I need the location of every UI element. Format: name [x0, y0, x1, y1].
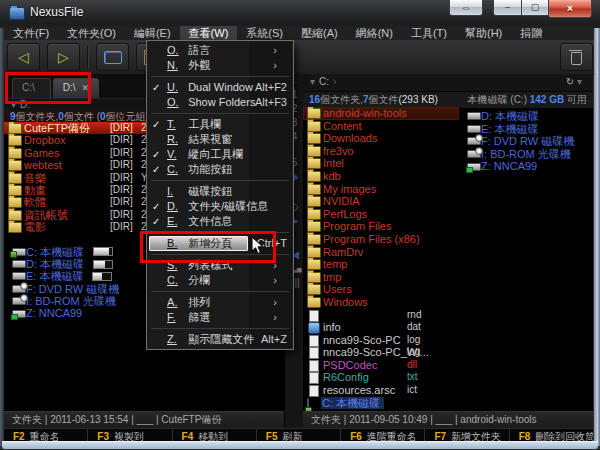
menubar-item[interactable]: 捐贈	[511, 26, 551, 40]
drive-row[interactable]: I: BD-ROM 光碟機	[459, 148, 593, 161]
menubar-item[interactable]: 文件(F)	[4, 26, 58, 40]
menu-access-key: O.	[167, 95, 182, 110]
maximize-button[interactable]: ▢	[522, 0, 548, 16]
right-path-bar[interactable]: ▾ C: › ↻ ▾	[303, 74, 593, 92]
file-type: [DIR]	[110, 196, 133, 208]
menu-item[interactable]: I. 磁碟按鈕	[147, 184, 293, 199]
menu-item[interactable]	[147, 325, 293, 332]
drive-usage-bar	[92, 272, 112, 281]
file-row[interactable]: Downloads	[303, 132, 459, 145]
menu-item[interactable]: F. 篩選 ›	[147, 310, 293, 325]
window-border-left	[0, 28, 4, 446]
file-row[interactable]: C: 本機磁碟	[303, 397, 459, 410]
file-icon	[307, 146, 321, 157]
refresh-icon[interactable]: ↻	[566, 76, 574, 87]
drive-name: Z: NNCA99	[481, 160, 537, 172]
menu-item[interactable]: C. 分欄 ›	[147, 273, 293, 288]
menubar-item[interactable]: 系統(S)	[237, 26, 292, 40]
file-row[interactable]: Content	[303, 120, 459, 133]
menu-access-key: U.	[167, 80, 182, 95]
folder-icon	[8, 148, 22, 159]
menu-item[interactable]: A. 排列 ›	[147, 295, 293, 310]
menu-item[interactable]: ✓ C. 功能按鈕	[147, 162, 293, 177]
file-row[interactable]: Intel	[303, 157, 459, 170]
file-row[interactable]: temp	[303, 258, 459, 271]
file-row[interactable]: RamDrv	[303, 246, 459, 259]
menubar-item[interactable]: 工具(T)	[402, 26, 456, 40]
close-button[interactable]: ×	[548, 0, 592, 18]
check-icon: ✓	[152, 199, 164, 214]
menu-item[interactable]	[147, 110, 293, 117]
menu-item-label: 結果視窗	[188, 133, 232, 145]
menubar-item[interactable]: 文件夹(O)	[58, 26, 125, 40]
dual-window-button[interactable]	[96, 43, 129, 71]
arrange-windows-icon[interactable]: ⇔	[449, 0, 483, 16]
drive-row[interactable]: Z: NNCA99	[459, 160, 593, 173]
menu-item[interactable]: O. 語言 ›	[147, 43, 293, 58]
file-row[interactable]: rnd	[303, 309, 459, 322]
file-row[interactable]: kdb	[303, 170, 459, 183]
recycle-bin-button[interactable]	[560, 43, 593, 71]
menu-item[interactable]: ✓ T. 工具欄	[147, 117, 293, 132]
drive-icon	[12, 297, 26, 305]
file-row[interactable]: Windows	[303, 296, 459, 309]
file-row[interactable]: android-win-tools	[303, 107, 459, 120]
file-row[interactable]: R6Config txt	[303, 371, 459, 384]
menubar-item[interactable]: 網絡(N)	[347, 26, 402, 40]
file-row[interactable]: tmp	[303, 271, 459, 284]
file-row[interactable]: My images	[303, 183, 459, 196]
back-button[interactable]: ◁	[7, 43, 40, 71]
menubar-item[interactable]: 編輯(E)	[125, 26, 180, 40]
menu-item[interactable]: Z. 顯示隱藏文件 Alt+Z	[147, 332, 293, 347]
file-row[interactable]: PSDCodec dll	[303, 359, 459, 372]
file-row[interactable]: nnca99-Sco-PC_Wi... log	[303, 346, 459, 359]
dropdown-icon[interactable]: ▾	[310, 74, 315, 91]
drive-row[interactable]: D: 本機磁碟	[459, 110, 593, 123]
drive-icon	[12, 260, 26, 268]
menu-item[interactable]: ✓ D. 文件夹/磁碟信息	[147, 199, 293, 214]
menubar-item[interactable]: 壓縮(A)	[292, 26, 347, 40]
file-row[interactable]: resources.arsc ict	[303, 384, 459, 397]
drive-row[interactable]: E: 本機磁碟	[459, 123, 593, 136]
drive-row[interactable]: F: DVD RW 磁碟機	[459, 135, 593, 148]
menu-item-label: 篩選	[188, 311, 210, 323]
menu-item[interactable]: N. 外觀 ›	[147, 58, 293, 73]
forward-button[interactable]: ▷	[47, 43, 80, 71]
file-row[interactable]: Program Files	[303, 220, 459, 233]
menu-item[interactable]: ✓ U. Dual Window Alt+F2	[147, 80, 293, 95]
file-name: Program Files (x86)	[323, 233, 420, 246]
window-controls: ⇔ – ▢ ×	[449, 0, 592, 18]
folder-icon	[8, 210, 22, 221]
menu-item[interactable]: ✓ V. 縱向工具欄	[147, 147, 293, 162]
file-row[interactable]: Program Files (x86)	[303, 233, 459, 246]
file-row[interactable]: PerfLogs	[303, 208, 459, 221]
file-icon	[308, 322, 320, 334]
file-extension: dat	[407, 321, 421, 334]
menu-item[interactable]: O. Show Folders Alt+F3	[147, 95, 293, 110]
file-row[interactable]: Users	[303, 283, 459, 296]
file-row[interactable]: NVIDIA	[303, 195, 459, 208]
file-name: RamDrv	[323, 246, 363, 259]
right-info-bar: 16 個文件夹, 7 個文件 (293 KB) 本機磁碟 (C:) 142 GB…	[303, 92, 593, 108]
menu-item[interactable]	[147, 177, 293, 184]
minimize-button[interactable]: –	[493, 0, 522, 16]
dropdown-icon[interactable]: ▾	[577, 76, 582, 87]
file-row[interactable]: nnca99-Sco-PC log	[303, 334, 459, 347]
file-name: resources.arsc	[323, 384, 395, 397]
menu-item[interactable]: R. 結果視窗	[147, 132, 293, 147]
check-icon: ✓	[152, 80, 164, 95]
file-row[interactable]: info dat	[303, 321, 459, 334]
file-type: [DIR]	[110, 209, 133, 221]
breadcrumb-chevron-icon: ›	[333, 74, 336, 91]
file-extension: txt	[407, 371, 418, 384]
file-name: Games	[24, 147, 59, 159]
menubar-item[interactable]: 查看(W)	[180, 26, 238, 40]
file-row[interactable]: fre3vo	[303, 145, 459, 158]
menu-item[interactable]: ✓ E. 文件信息	[147, 214, 293, 229]
menubar-item[interactable]: 幫助(H)	[456, 26, 511, 40]
menu-item[interactable]	[147, 288, 293, 295]
menu-item[interactable]	[147, 73, 293, 80]
menubar: 文件(F)文件夹(O)編輯(E)查看(W)系統(S)壓縮(A)網絡(N)工具(T…	[0, 26, 600, 41]
menu-shortcut: Alt+F3	[255, 95, 287, 110]
file-name: Downloads	[323, 132, 377, 145]
